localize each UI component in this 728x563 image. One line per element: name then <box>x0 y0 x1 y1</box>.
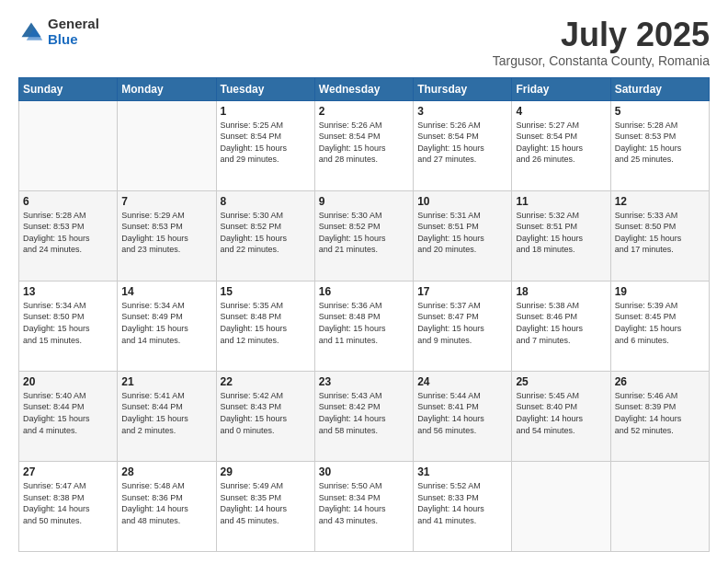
day-info: Sunrise: 5:31 AMSunset: 8:51 PMDaylight:… <box>417 210 507 256</box>
calendar-table: Sunday Monday Tuesday Wednesday Thursday… <box>18 77 710 552</box>
calendar-header-row: Sunday Monday Tuesday Wednesday Thursday… <box>19 77 710 100</box>
day-number: 16 <box>319 285 409 298</box>
title-block: July 2025 Targusor, Constanta County, Ro… <box>493 17 710 68</box>
day-info: Sunrise: 5:27 AMSunset: 8:54 PMDaylight:… <box>516 120 606 166</box>
calendar-cell: 1Sunrise: 5:25 AMSunset: 8:54 PMDaylight… <box>216 100 314 190</box>
calendar-cell: 4Sunrise: 5:27 AMSunset: 8:54 PMDaylight… <box>512 100 610 190</box>
calendar-week-row: 6Sunrise: 5:28 AMSunset: 8:53 PMDaylight… <box>19 190 710 281</box>
day-info: Sunrise: 5:52 AMSunset: 8:33 PMDaylight:… <box>417 480 507 526</box>
day-info: Sunrise: 5:50 AMSunset: 8:34 PMDaylight:… <box>319 480 409 526</box>
day-info: Sunrise: 5:37 AMSunset: 8:47 PMDaylight:… <box>417 300 507 346</box>
col-wednesday: Wednesday <box>314 77 413 100</box>
day-info: Sunrise: 5:25 AMSunset: 8:54 PMDaylight:… <box>221 120 311 166</box>
day-info: Sunrise: 5:39 AMSunset: 8:45 PMDaylight:… <box>615 300 705 346</box>
calendar-week-row: 13Sunrise: 5:34 AMSunset: 8:50 PMDayligh… <box>19 281 710 371</box>
day-info: Sunrise: 5:36 AMSunset: 8:48 PMDaylight:… <box>319 300 409 346</box>
day-number: 12 <box>615 195 705 208</box>
calendar-cell <box>610 461 709 551</box>
calendar-cell: 21Sunrise: 5:41 AMSunset: 8:44 PMDayligh… <box>118 371 216 461</box>
day-number: 30 <box>319 465 409 478</box>
calendar-cell: 17Sunrise: 5:37 AMSunset: 8:47 PMDayligh… <box>414 281 512 371</box>
logo-text: General Blue <box>48 17 99 47</box>
calendar-cell: 29Sunrise: 5:49 AMSunset: 8:35 PMDayligh… <box>216 461 314 551</box>
day-number: 8 <box>221 195 311 208</box>
calendar-cell: 26Sunrise: 5:46 AMSunset: 8:39 PMDayligh… <box>610 371 709 461</box>
calendar-cell: 8Sunrise: 5:30 AMSunset: 8:52 PMDaylight… <box>216 190 314 281</box>
col-monday: Monday <box>118 77 216 100</box>
calendar-cell: 5Sunrise: 5:28 AMSunset: 8:53 PMDaylight… <box>610 100 709 190</box>
day-number: 11 <box>516 195 606 208</box>
calendar-cell: 28Sunrise: 5:48 AMSunset: 8:36 PMDayligh… <box>118 461 216 551</box>
calendar-cell: 7Sunrise: 5:29 AMSunset: 8:53 PMDaylight… <box>118 190 216 281</box>
logo-icon <box>18 19 44 45</box>
calendar-cell: 20Sunrise: 5:40 AMSunset: 8:44 PMDayligh… <box>19 371 118 461</box>
calendar-cell <box>118 100 216 190</box>
day-info: Sunrise: 5:38 AMSunset: 8:46 PMDaylight:… <box>516 300 606 346</box>
calendar-cell: 3Sunrise: 5:26 AMSunset: 8:54 PMDaylight… <box>414 100 512 190</box>
day-info: Sunrise: 5:44 AMSunset: 8:41 PMDaylight:… <box>417 390 507 436</box>
calendar-cell: 22Sunrise: 5:42 AMSunset: 8:43 PMDayligh… <box>216 371 314 461</box>
calendar-cell: 27Sunrise: 5:47 AMSunset: 8:38 PMDayligh… <box>19 461 118 551</box>
day-info: Sunrise: 5:28 AMSunset: 8:53 PMDaylight:… <box>23 210 113 256</box>
calendar-cell: 10Sunrise: 5:31 AMSunset: 8:51 PMDayligh… <box>414 190 512 281</box>
day-info: Sunrise: 5:46 AMSunset: 8:39 PMDaylight:… <box>615 390 705 436</box>
calendar-cell <box>512 461 610 551</box>
day-info: Sunrise: 5:35 AMSunset: 8:48 PMDaylight:… <box>221 300 311 346</box>
day-info: Sunrise: 5:48 AMSunset: 8:36 PMDaylight:… <box>121 480 211 526</box>
logo: General Blue <box>18 17 99 47</box>
day-number: 9 <box>319 195 409 208</box>
day-info: Sunrise: 5:43 AMSunset: 8:42 PMDaylight:… <box>319 390 409 436</box>
calendar-cell: 31Sunrise: 5:52 AMSunset: 8:33 PMDayligh… <box>414 461 512 551</box>
day-number: 4 <box>516 105 606 118</box>
col-saturday: Saturday <box>610 77 709 100</box>
col-tuesday: Tuesday <box>216 77 314 100</box>
day-info: Sunrise: 5:28 AMSunset: 8:53 PMDaylight:… <box>615 120 705 166</box>
calendar-cell: 23Sunrise: 5:43 AMSunset: 8:42 PMDayligh… <box>314 371 413 461</box>
calendar-cell: 30Sunrise: 5:50 AMSunset: 8:34 PMDayligh… <box>314 461 413 551</box>
day-number: 19 <box>615 285 705 298</box>
day-info: Sunrise: 5:42 AMSunset: 8:43 PMDaylight:… <box>221 390 311 436</box>
col-thursday: Thursday <box>414 77 512 100</box>
month-title: July 2025 <box>493 17 710 53</box>
logo-blue-text: Blue <box>48 32 99 48</box>
calendar-cell: 15Sunrise: 5:35 AMSunset: 8:48 PMDayligh… <box>216 281 314 371</box>
calendar-cell: 24Sunrise: 5:44 AMSunset: 8:41 PMDayligh… <box>414 371 512 461</box>
calendar-cell: 9Sunrise: 5:30 AMSunset: 8:52 PMDaylight… <box>314 190 413 281</box>
day-info: Sunrise: 5:47 AMSunset: 8:38 PMDaylight:… <box>23 480 113 526</box>
calendar-cell: 13Sunrise: 5:34 AMSunset: 8:50 PMDayligh… <box>19 281 118 371</box>
calendar-cell: 11Sunrise: 5:32 AMSunset: 8:51 PMDayligh… <box>512 190 610 281</box>
location-subtitle: Targusor, Constanta County, Romania <box>493 53 710 68</box>
day-info: Sunrise: 5:26 AMSunset: 8:54 PMDaylight:… <box>417 120 507 166</box>
day-info: Sunrise: 5:26 AMSunset: 8:54 PMDaylight:… <box>319 120 409 166</box>
calendar-cell <box>19 100 118 190</box>
day-info: Sunrise: 5:41 AMSunset: 8:44 PMDaylight:… <box>121 390 211 436</box>
day-info: Sunrise: 5:40 AMSunset: 8:44 PMDaylight:… <box>23 390 113 436</box>
calendar-cell: 19Sunrise: 5:39 AMSunset: 8:45 PMDayligh… <box>610 281 709 371</box>
day-info: Sunrise: 5:30 AMSunset: 8:52 PMDaylight:… <box>221 210 311 256</box>
day-number: 25 <box>516 375 606 388</box>
day-number: 10 <box>417 195 507 208</box>
day-number: 29 <box>221 465 311 478</box>
page: General Blue July 2025 Targusor, Constan… <box>0 0 728 563</box>
day-number: 7 <box>121 195 211 208</box>
calendar-cell: 6Sunrise: 5:28 AMSunset: 8:53 PMDaylight… <box>19 190 118 281</box>
col-friday: Friday <box>512 77 610 100</box>
day-number: 28 <box>121 465 211 478</box>
calendar-week-row: 27Sunrise: 5:47 AMSunset: 8:38 PMDayligh… <box>19 461 710 551</box>
col-sunday: Sunday <box>19 77 118 100</box>
calendar-week-row: 20Sunrise: 5:40 AMSunset: 8:44 PMDayligh… <box>19 371 710 461</box>
calendar-cell: 2Sunrise: 5:26 AMSunset: 8:54 PMDaylight… <box>314 100 413 190</box>
day-number: 15 <box>221 285 311 298</box>
day-number: 20 <box>23 375 113 388</box>
calendar-week-row: 1Sunrise: 5:25 AMSunset: 8:54 PMDaylight… <box>19 100 710 190</box>
day-number: 18 <box>516 285 606 298</box>
day-info: Sunrise: 5:49 AMSunset: 8:35 PMDaylight:… <box>221 480 311 526</box>
header: General Blue July 2025 Targusor, Constan… <box>18 17 710 68</box>
day-number: 27 <box>23 465 113 478</box>
day-number: 5 <box>615 105 705 118</box>
day-info: Sunrise: 5:29 AMSunset: 8:53 PMDaylight:… <box>121 210 211 256</box>
day-info: Sunrise: 5:32 AMSunset: 8:51 PMDaylight:… <box>516 210 606 256</box>
day-number: 2 <box>319 105 409 118</box>
calendar-cell: 25Sunrise: 5:45 AMSunset: 8:40 PMDayligh… <box>512 371 610 461</box>
day-number: 1 <box>221 105 311 118</box>
